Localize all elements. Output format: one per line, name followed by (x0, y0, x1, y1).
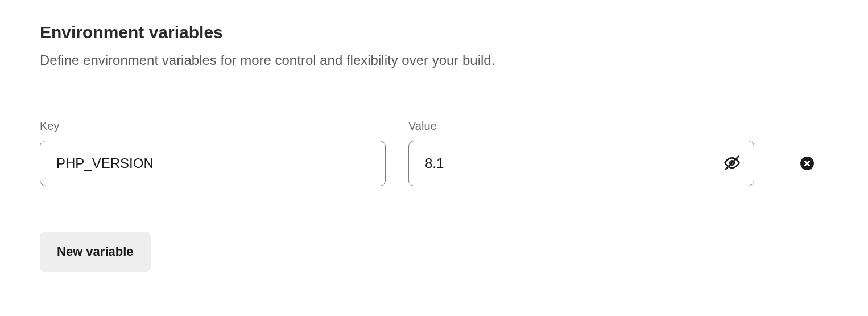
remove-variable-button[interactable] (800, 156, 815, 171)
visibility-off-icon (724, 154, 741, 171)
key-label: Key (40, 120, 386, 133)
section-title: Environment variables (40, 23, 828, 42)
value-input[interactable] (408, 141, 754, 186)
new-variable-button[interactable]: New variable (40, 232, 151, 272)
visibility-toggle-button[interactable] (724, 154, 741, 171)
section-description: Define environment variables for more co… (40, 52, 828, 68)
key-field-group: Key (40, 120, 386, 186)
value-field-group: Value (408, 120, 754, 186)
variable-row: Key Value (40, 120, 828, 186)
close-circle-icon (800, 156, 815, 171)
key-input[interactable] (40, 141, 386, 186)
value-label: Value (408, 120, 754, 133)
